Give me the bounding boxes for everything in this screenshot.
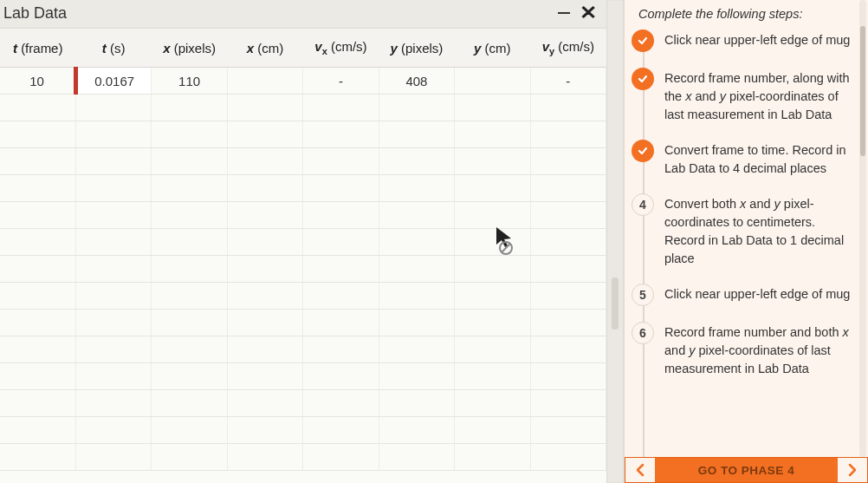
table-cell[interactable] [0,202,75,229]
table-cell[interactable] [530,390,606,417]
table-cell[interactable] [530,121,606,148]
divider-handle-icon[interactable] [612,277,619,330]
table-cell[interactable] [227,95,302,121]
table-cell[interactable] [75,283,151,310]
table-cell[interactable] [75,121,151,148]
table-cell[interactable]: 110 [152,68,227,95]
table-cell[interactable] [227,229,302,256]
table-cell[interactable] [152,363,227,390]
table-cell[interactable] [75,229,151,256]
table-cell[interactable] [379,390,454,417]
table-cell[interactable] [0,417,75,444]
table-cell[interactable] [152,336,227,363]
table-cell[interactable] [530,202,606,229]
table-cell[interactable] [152,444,227,471]
table-cell[interactable] [303,363,379,390]
table-cell[interactable] [379,121,454,148]
scrollbar[interactable] [859,0,866,457]
table-cell[interactable] [303,390,379,417]
table-cell[interactable] [152,256,227,283]
table-cell[interactable] [152,417,227,444]
panel-divider[interactable] [606,0,624,483]
table-cell[interactable] [303,121,379,148]
table-cell[interactable] [379,336,454,363]
table-cell[interactable] [0,336,75,363]
table-cell[interactable] [379,256,454,283]
minimize-icon[interactable] [558,12,570,14]
table-cell[interactable] [227,283,302,310]
table-cell[interactable] [530,148,606,175]
table-cell[interactable] [75,417,151,444]
table-cell[interactable] [455,444,530,471]
table-cell[interactable] [530,336,606,363]
table-cell[interactable] [75,363,151,390]
table-cell[interactable] [455,95,530,121]
table-cell[interactable] [227,417,302,444]
table-cell[interactable] [75,256,151,283]
table-cell[interactable] [455,229,530,256]
table-cell[interactable] [530,256,606,283]
table-cell[interactable] [0,444,75,471]
table-cell[interactable] [455,121,530,148]
table-cell[interactable] [530,95,606,121]
table-cell[interactable] [152,175,227,202]
table-cell[interactable] [0,310,75,336]
table-cell[interactable] [0,390,75,417]
table-cell[interactable] [0,256,75,283]
table-cell[interactable] [303,417,379,444]
table-cell[interactable] [152,229,227,256]
scrollbar-thumb[interactable] [860,26,865,156]
table-cell[interactable] [0,363,75,390]
table-cell[interactable] [0,148,75,175]
table-cell[interactable] [530,229,606,256]
table-cell[interactable] [455,175,530,202]
table-cell[interactable] [75,95,151,121]
table-cell[interactable] [530,175,606,202]
table-cell[interactable] [379,444,454,471]
table-cell[interactable] [379,148,454,175]
table-cell[interactable] [0,283,75,310]
table-cell[interactable] [152,283,227,310]
table-cell[interactable] [379,229,454,256]
table-cell[interactable] [379,283,454,310]
table-cell[interactable] [455,390,530,417]
table-cell[interactable] [152,202,227,229]
table-cell[interactable] [455,256,530,283]
table-cell[interactable] [227,175,302,202]
prev-phase-button[interactable] [625,458,655,482]
table-cell[interactable] [303,148,379,175]
table-cell[interactable]: 408 [379,68,454,95]
table-cell[interactable] [152,121,227,148]
table-cell[interactable] [227,202,302,229]
table-cell[interactable] [455,68,530,95]
next-phase-button[interactable] [838,458,867,482]
table-cell[interactable] [227,68,302,95]
table-cell[interactable] [455,310,530,336]
table-cell[interactable] [455,363,530,390]
table-cell[interactable] [75,202,151,229]
table-cell[interactable] [152,390,227,417]
table-cell[interactable] [0,121,75,148]
table-cell[interactable] [455,283,530,310]
table-cell[interactable] [0,95,75,121]
table-cell[interactable] [379,310,454,336]
data-table[interactable]: t (frame)t (s)x (pixels)x (cm)vx (cm/s)y… [0,29,606,471]
table-cell[interactable] [379,363,454,390]
table-cell[interactable] [303,202,379,229]
table-cell[interactable] [530,444,606,471]
table-cell[interactable] [152,95,227,121]
table-cell[interactable] [227,363,302,390]
table-cell[interactable] [303,256,379,283]
table-cell[interactable] [379,175,454,202]
table-cell[interactable] [303,229,379,256]
table-cell[interactable] [0,229,75,256]
table-cell[interactable] [379,202,454,229]
table-cell[interactable] [75,310,151,336]
table-cell[interactable] [530,363,606,390]
table-cell[interactable] [303,175,379,202]
table-cell[interactable] [0,175,75,202]
close-icon[interactable]: ✕ [580,3,597,23]
table-cell[interactable] [455,148,530,175]
table-cell[interactable] [227,444,302,471]
table-cell[interactable] [303,310,379,336]
